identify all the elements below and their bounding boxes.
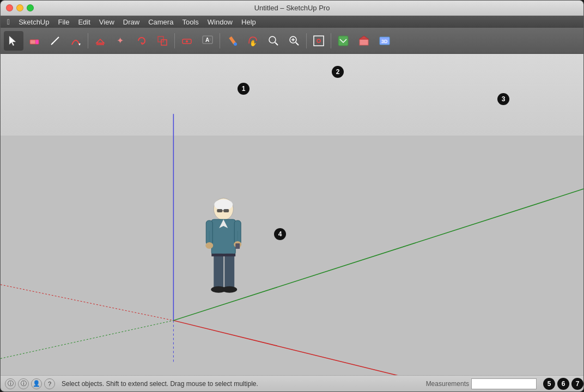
status-icons: ⓘ ⓘ 👤 ? (1, 378, 59, 389)
svg-text:✦: ✦ (117, 36, 124, 45)
viewport-svg (1, 54, 583, 375)
text-tool[interactable]: A | (198, 31, 217, 51)
pushpull-tool[interactable] (90, 31, 110, 51)
svg-rect-11 (161, 40, 167, 45)
menu-edit[interactable]: Edit (74, 16, 94, 28)
svg-rect-28 (360, 39, 368, 45)
svg-point-26 (317, 39, 320, 42)
svg-line-35 (1, 285, 173, 321)
svg-text:|: | (210, 38, 211, 41)
svg-point-19 (269, 36, 276, 43)
toolbar-sep-3 (220, 33, 220, 48)
menubar:  SketchUp File Edit View Draw Camera To… (1, 16, 583, 28)
badge-1: 1 (238, 83, 250, 95)
svg-text:A: A (205, 37, 209, 43)
menu-window[interactable]: Window (203, 16, 237, 28)
tape-tool[interactable] (177, 31, 197, 51)
info-i-icon[interactable]: ⓘ (18, 378, 29, 389)
menu-view[interactable]: View (95, 16, 119, 28)
svg-point-39 (214, 199, 233, 210)
svg-rect-27 (338, 36, 348, 46)
svg-text:3D: 3D (381, 39, 388, 44)
menu-draw[interactable]: Draw (119, 16, 144, 28)
menu-tools[interactable]: Tools (178, 16, 203, 28)
status-text: Select objects. Shift to extend select. … (59, 380, 426, 388)
maximize-button[interactable] (27, 4, 34, 11)
menu-sketchup[interactable]: SketchUp (14, 16, 53, 28)
measurements-area: Measurements (426, 378, 541, 389)
measurements-input[interactable] (471, 378, 537, 389)
svg-rect-7 (96, 43, 104, 45)
person-icon[interactable]: 👤 (31, 378, 42, 389)
warehouse-tool[interactable]: 3D (375, 31, 394, 51)
pencil-tool[interactable] (45, 31, 65, 51)
svg-text:✋: ✋ (250, 39, 257, 47)
window-title: Untitled – SketchUp Pro (254, 4, 330, 12)
eraser-tool[interactable] (25, 31, 44, 51)
question-icon[interactable]: ? (44, 378, 55, 389)
svg-line-34 (173, 321, 583, 375)
move-tool[interactable]: ✦ (111, 31, 131, 51)
svg-line-22 (296, 42, 299, 45)
badge-6: 6 (557, 378, 569, 390)
svg-point-17 (234, 42, 237, 46)
toolbar-sep-4 (306, 33, 307, 48)
orbit-tool[interactable]: ✋ (243, 31, 263, 51)
svg-line-37 (1, 321, 173, 359)
svg-rect-49 (235, 243, 240, 249)
svg-marker-29 (359, 36, 369, 39)
svg-rect-50 (214, 254, 223, 289)
svg-point-13 (186, 40, 188, 42)
svg-marker-6 (96, 39, 104, 43)
select-tool[interactable] (4, 31, 23, 51)
svg-point-47 (205, 242, 213, 249)
svg-rect-41 (223, 209, 229, 212)
toolbar-sep-5 (331, 33, 331, 48)
svg-text:▾: ▾ (78, 42, 81, 47)
window-controls (6, 4, 34, 11)
badge-4: 4 (274, 228, 286, 240)
scale-tool[interactable] (153, 31, 172, 51)
svg-rect-51 (224, 254, 234, 289)
badge-3: 3 (497, 93, 509, 105)
toolbar-sep-1 (88, 33, 88, 48)
menu-help[interactable]: Help (237, 16, 260, 28)
zoom-window-tool[interactable] (284, 31, 304, 51)
rotate-tool[interactable] (132, 31, 151, 51)
svg-rect-52 (211, 254, 235, 256)
svg-rect-40 (217, 209, 222, 212)
badge-5: 5 (543, 378, 555, 390)
svg-marker-0 (9, 36, 16, 46)
toolbar: ▾ ✦ (1, 28, 583, 54)
svg-rect-25 (314, 36, 324, 46)
paint-tool[interactable] (222, 31, 242, 51)
viewport[interactable]: 1 2 3 4 (1, 54, 583, 375)
arc-tool[interactable]: ▾ (66, 31, 86, 51)
apple-menu[interactable]:  (3, 17, 14, 26)
zoom-extents-tool[interactable] (309, 31, 328, 51)
building-tool[interactable] (354, 31, 374, 51)
svg-line-20 (275, 42, 278, 45)
menu-file[interactable]: File (54, 16, 74, 28)
svg-rect-10 (158, 36, 163, 42)
minimize-button[interactable] (16, 4, 23, 11)
location-tool[interactable] (333, 31, 353, 51)
svg-point-54 (222, 286, 237, 293)
badge-7: 7 (571, 378, 583, 390)
app-window: Untitled – SketchUp Pro  SketchUp File … (0, 0, 584, 392)
titlebar: Untitled – SketchUp Pro (1, 1, 583, 16)
zoom-tool[interactable] (264, 31, 283, 51)
svg-rect-2 (35, 40, 39, 44)
info-circle-icon[interactable]: ⓘ (5, 378, 16, 389)
badge-2: 2 (332, 66, 344, 78)
statusbar: ⓘ ⓘ 👤 ? Select objects. Shift to extend … (1, 375, 583, 391)
measurements-label: Measurements (426, 380, 469, 388)
close-button[interactable] (6, 4, 13, 11)
menu-camera[interactable]: Camera (144, 16, 178, 28)
toolbar-sep-2 (174, 33, 175, 48)
